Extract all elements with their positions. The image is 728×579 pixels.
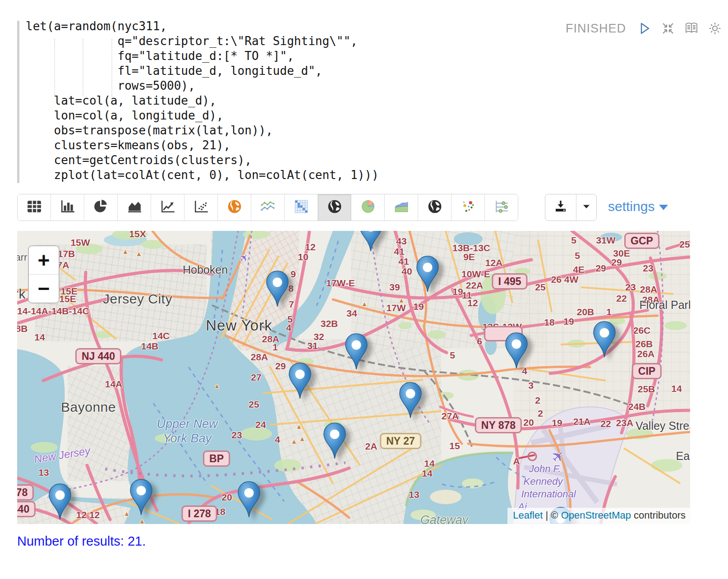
attribution-separator: | (543, 510, 551, 521)
table-icon (27, 199, 42, 216)
openstreetmap-link[interactable]: OpenStreetMap (561, 510, 631, 521)
bar-icon (60, 199, 75, 216)
map-marker-pin[interactable] (48, 483, 72, 521)
run-icon[interactable] (637, 21, 652, 36)
area-colored-icon (394, 199, 409, 216)
zoom-out-button[interactable]: − (29, 275, 59, 303)
globe-map-button[interactable] (218, 194, 251, 221)
map-marker-pin[interactable] (237, 481, 261, 519)
area-chart-button[interactable] (118, 194, 151, 221)
multiline-icon (260, 199, 276, 216)
paragraph-settings-icon[interactable] (707, 21, 723, 36)
line-icon (160, 199, 175, 216)
globe-dark-icon (327, 199, 342, 216)
map-marker-pin[interactable] (129, 478, 153, 516)
map-marker-pin[interactable] (344, 333, 369, 371)
status-badge: FINISHED (566, 22, 626, 36)
code-editor[interactable]: let(a=random(nyc311, q="descriptor_t:\"R… (17, 18, 531, 188)
map-attribution: Leaflet | © OpenStreetMap contributors (507, 508, 690, 524)
multi-line-chart-button[interactable] (251, 194, 285, 221)
paragraph-gutter (17, 21, 19, 183)
sliders-icon (494, 199, 509, 216)
heatgrid-icon (294, 199, 309, 216)
map-marker-pin[interactable] (359, 231, 383, 253)
pie-chart-button[interactable] (84, 194, 118, 221)
attribution-suffix: contributors (631, 510, 686, 521)
globe-map-2-button[interactable] (418, 194, 452, 221)
map-marker-pin[interactable] (592, 321, 617, 358)
settings-toggle[interactable]: settings (608, 199, 668, 214)
colored-area-chart-button[interactable] (385, 194, 418, 221)
table-button[interactable] (18, 194, 51, 221)
chevron-down-icon (659, 205, 668, 210)
download-icon (553, 199, 568, 216)
map[interactable]: 15X15W17B7A15E15E14-14A-14B-14C8B1414C14… (17, 231, 690, 524)
bar-chart-button[interactable] (51, 194, 84, 221)
area-icon (127, 199, 142, 216)
map-marker-pin[interactable] (415, 255, 440, 293)
download-caret-button[interactable] (576, 194, 596, 221)
code-text[interactable]: let(a=random(nyc311, q="descriptor_t:\"R… (26, 19, 379, 183)
pie-icon (93, 199, 109, 216)
leaflet-link[interactable]: Leaflet (513, 510, 543, 521)
download-button[interactable] (545, 194, 576, 221)
settings-label: settings (608, 199, 654, 214)
paragraph-header: FINISHED (566, 21, 723, 36)
globe-dark-icon (427, 199, 442, 216)
heatmap-grid-button[interactable] (285, 194, 318, 221)
map-marker-pin[interactable] (265, 270, 290, 308)
collapse-icon[interactable] (660, 21, 676, 36)
map-marker-pin[interactable] (288, 362, 312, 400)
attribution-copyright: © (551, 510, 561, 521)
parallel-sliders-button[interactable] (485, 194, 518, 221)
line-chart-button[interactable] (151, 194, 184, 221)
result-count-text: Number of results: 21. (17, 534, 146, 549)
scatter-colored-icon (461, 199, 476, 216)
map-marker-pin[interactable] (398, 381, 423, 419)
scatter-chart-button[interactable] (184, 194, 218, 221)
globe-orange-icon (227, 199, 242, 216)
caret-down-icon (581, 201, 592, 214)
map-marker-pin[interactable] (323, 422, 347, 460)
leaflet-map-button[interactable] (318, 194, 351, 221)
map-markers-layer (17, 231, 690, 524)
map-marker-pin[interactable] (504, 332, 529, 370)
zoom-in-button[interactable]: + (29, 246, 59, 275)
colored-pie-chart-button[interactable] (351, 194, 385, 221)
show-editor-icon[interactable] (684, 21, 699, 36)
zoom-control: + − (28, 245, 60, 303)
viz-toolbar (17, 194, 518, 221)
colored-scatter-button[interactable] (452, 194, 485, 221)
download-split-button (545, 194, 597, 221)
pie-colored-icon (360, 199, 376, 216)
scatter-icon (194, 199, 209, 216)
